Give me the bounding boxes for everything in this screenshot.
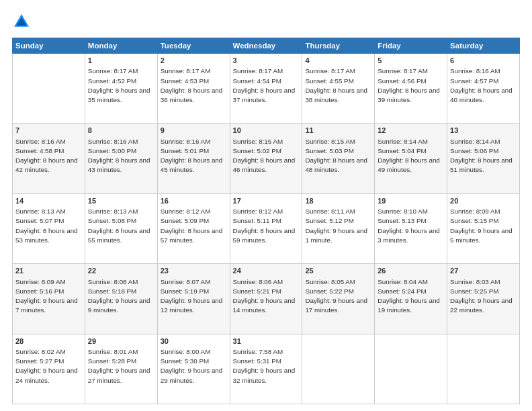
calendar-cell: 16Sunrise: 8:12 AMSunset: 5:09 PMDayligh… [157, 193, 230, 263]
day-info: Sunrise: 8:16 AMSunset: 5:01 PMDaylight:… [161, 137, 227, 175]
calendar-cell: 21Sunrise: 8:09 AMSunset: 5:16 PMDayligh… [13, 264, 85, 334]
day-number: 21 [15, 266, 82, 276]
day-number: 18 [305, 196, 371, 206]
calendar-cell: 14Sunrise: 8:13 AMSunset: 5:07 PMDayligh… [13, 193, 85, 263]
day-number: 10 [233, 126, 300, 136]
day-info: Sunrise: 8:04 AMSunset: 5:24 PMDaylight:… [378, 277, 444, 316]
calendar-cell [375, 334, 447, 404]
day-number: 8 [88, 126, 154, 136]
day-info: Sunrise: 8:00 AMSunset: 5:30 PMDaylight:… [161, 347, 227, 385]
day-header-monday: Monday [85, 38, 157, 54]
calendar-cell: 26Sunrise: 8:04 AMSunset: 5:24 PMDayligh… [375, 264, 447, 334]
day-number: 16 [161, 196, 227, 206]
calendar-cell: 7Sunrise: 8:16 AMSunset: 4:58 PMDaylight… [13, 124, 85, 193]
day-info: Sunrise: 8:13 AMSunset: 5:08 PMDaylight:… [88, 207, 154, 245]
calendar-cell: 20Sunrise: 8:09 AMSunset: 5:15 PMDayligh… [447, 193, 520, 263]
day-info: Sunrise: 8:07 AMSunset: 5:19 PMDaylight:… [161, 277, 227, 316]
calendar-cell: 22Sunrise: 8:08 AMSunset: 5:18 PMDayligh… [85, 264, 157, 334]
calendar-body: 1Sunrise: 8:17 AMSunset: 4:52 PMDaylight… [13, 54, 520, 404]
day-info: Sunrise: 8:08 AMSunset: 5:18 PMDaylight:… [88, 277, 154, 316]
logo [12, 12, 34, 31]
calendar-cell: 19Sunrise: 8:10 AMSunset: 5:13 PMDayligh… [375, 193, 447, 263]
day-info: Sunrise: 8:16 AMSunset: 4:57 PMDaylight:… [450, 66, 517, 105]
calendar-cell: 9Sunrise: 8:16 AMSunset: 5:01 PMDaylight… [157, 124, 230, 193]
day-number: 13 [450, 126, 517, 136]
day-header-friday: Friday [375, 38, 447, 54]
day-info: Sunrise: 8:11 AMSunset: 5:12 PMDaylight:… [305, 207, 371, 245]
calendar-cell: 24Sunrise: 8:06 AMSunset: 5:21 PMDayligh… [230, 264, 302, 334]
day-info: Sunrise: 8:09 AMSunset: 5:16 PMDaylight:… [15, 277, 82, 316]
page: SundayMondayTuesdayWednesdayThursdayFrid… [0, 0, 532, 411]
calendar-cell: 15Sunrise: 8:13 AMSunset: 5:08 PMDayligh… [85, 193, 157, 263]
calendar-header-row: SundayMondayTuesdayWednesdayThursdayFrid… [13, 38, 520, 54]
day-info: Sunrise: 8:17 AMSunset: 4:56 PMDaylight:… [378, 66, 444, 105]
day-info: Sunrise: 8:15 AMSunset: 5:02 PMDaylight:… [233, 137, 300, 175]
day-info: Sunrise: 8:12 AMSunset: 5:09 PMDaylight:… [161, 207, 227, 245]
day-info: Sunrise: 8:16 AMSunset: 5:00 PMDaylight:… [88, 137, 154, 175]
day-number: 2 [161, 56, 227, 66]
day-info: Sunrise: 8:15 AMSunset: 5:03 PMDaylight:… [305, 137, 371, 175]
day-header-wednesday: Wednesday [230, 38, 302, 54]
calendar-cell: 30Sunrise: 8:00 AMSunset: 5:30 PMDayligh… [157, 334, 230, 404]
calendar-cell: 29Sunrise: 8:01 AMSunset: 5:28 PMDayligh… [85, 334, 157, 404]
calendar-cell [302, 334, 375, 404]
calendar-cell: 10Sunrise: 8:15 AMSunset: 5:02 PMDayligh… [230, 124, 302, 193]
calendar-cell: 25Sunrise: 8:05 AMSunset: 5:22 PMDayligh… [302, 264, 375, 334]
day-header-thursday: Thursday [302, 38, 375, 54]
header [12, 12, 520, 31]
day-info: Sunrise: 8:03 AMSunset: 5:25 PMDaylight:… [450, 277, 517, 316]
day-header-saturday: Saturday [447, 38, 520, 54]
day-number: 4 [305, 56, 371, 66]
day-number: 15 [88, 196, 154, 206]
day-info: Sunrise: 8:17 AMSunset: 4:52 PMDaylight:… [88, 66, 154, 105]
day-number: 7 [15, 126, 82, 136]
day-header-tuesday: Tuesday [157, 38, 230, 54]
logo-icon [12, 12, 31, 31]
calendar-cell: 8Sunrise: 8:16 AMSunset: 5:00 PMDaylight… [85, 124, 157, 193]
day-number: 1 [88, 56, 154, 66]
day-number: 23 [161, 266, 227, 276]
calendar-table: SundayMondayTuesdayWednesdayThursdayFrid… [12, 38, 520, 404]
day-header-sunday: Sunday [13, 38, 85, 54]
calendar-cell: 27Sunrise: 8:03 AMSunset: 5:25 PMDayligh… [447, 264, 520, 334]
day-number: 14 [15, 196, 82, 206]
calendar-week-row: 1Sunrise: 8:17 AMSunset: 4:52 PMDaylight… [13, 54, 520, 124]
day-number: 26 [378, 266, 444, 276]
day-number: 19 [378, 196, 444, 206]
calendar-cell: 1Sunrise: 8:17 AMSunset: 4:52 PMDaylight… [85, 54, 157, 124]
day-info: Sunrise: 8:02 AMSunset: 5:27 PMDaylight:… [15, 347, 82, 385]
calendar-cell: 28Sunrise: 8:02 AMSunset: 5:27 PMDayligh… [13, 334, 85, 404]
day-number: 25 [305, 266, 371, 276]
day-number: 30 [161, 336, 227, 347]
calendar-cell: 6Sunrise: 8:16 AMSunset: 4:57 PMDaylight… [447, 54, 520, 124]
day-info: Sunrise: 8:17 AMSunset: 4:55 PMDaylight:… [305, 66, 371, 105]
calendar-cell: 23Sunrise: 8:07 AMSunset: 5:19 PMDayligh… [157, 264, 230, 334]
day-number: 24 [233, 266, 300, 276]
calendar-week-row: 28Sunrise: 8:02 AMSunset: 5:27 PMDayligh… [13, 334, 520, 404]
calendar-cell: 31Sunrise: 7:58 AMSunset: 5:31 PMDayligh… [230, 334, 302, 404]
calendar-cell: 18Sunrise: 8:11 AMSunset: 5:12 PMDayligh… [302, 193, 375, 263]
calendar-week-row: 7Sunrise: 8:16 AMSunset: 4:58 PMDaylight… [13, 124, 520, 193]
day-info: Sunrise: 8:10 AMSunset: 5:13 PMDaylight:… [378, 207, 444, 245]
day-number: 11 [305, 126, 371, 136]
day-info: Sunrise: 8:13 AMSunset: 5:07 PMDaylight:… [15, 207, 82, 245]
day-number: 27 [450, 266, 517, 276]
calendar-week-row: 21Sunrise: 8:09 AMSunset: 5:16 PMDayligh… [13, 264, 520, 334]
calendar-cell: 17Sunrise: 8:12 AMSunset: 5:11 PMDayligh… [230, 193, 302, 263]
calendar-cell: 13Sunrise: 8:14 AMSunset: 5:06 PMDayligh… [447, 124, 520, 193]
day-number: 31 [233, 336, 300, 347]
day-info: Sunrise: 8:14 AMSunset: 5:04 PMDaylight:… [378, 137, 444, 175]
day-number: 12 [378, 126, 444, 136]
calendar-cell [13, 54, 85, 124]
calendar-cell: 12Sunrise: 8:14 AMSunset: 5:04 PMDayligh… [375, 124, 447, 193]
day-number: 20 [450, 196, 517, 206]
calendar-cell: 5Sunrise: 8:17 AMSunset: 4:56 PMDaylight… [375, 54, 447, 124]
calendar-cell [447, 334, 520, 404]
calendar-cell: 2Sunrise: 8:17 AMSunset: 4:53 PMDaylight… [157, 54, 230, 124]
calendar-cell: 4Sunrise: 8:17 AMSunset: 4:55 PMDaylight… [302, 54, 375, 124]
day-info: Sunrise: 8:09 AMSunset: 5:15 PMDaylight:… [450, 207, 517, 245]
day-info: Sunrise: 8:06 AMSunset: 5:21 PMDaylight:… [233, 277, 300, 316]
day-number: 29 [88, 336, 154, 347]
day-number: 3 [233, 56, 300, 66]
day-info: Sunrise: 8:01 AMSunset: 5:28 PMDaylight:… [88, 347, 154, 385]
